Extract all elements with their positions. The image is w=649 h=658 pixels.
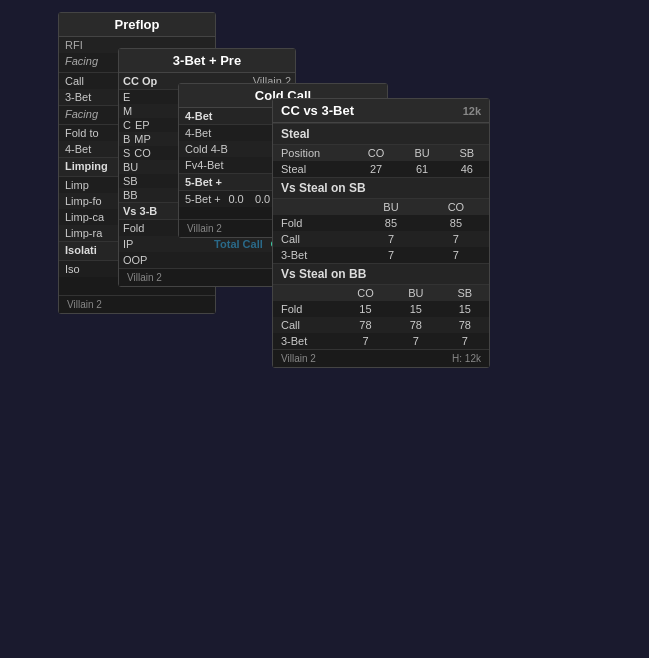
vs-steal-sb-fold-v1: 85 xyxy=(359,215,423,231)
cc-vs-3bet-title-text: CC vs 3-Bet xyxy=(281,103,354,118)
cc-vs-3bet-footer-h: H: 12k xyxy=(452,353,481,364)
vs-steal-sb-table: BU CO Fold 85 85 Call 7 7 3-Bet 7 7 xyxy=(273,199,489,263)
vs-steal-bb-fold-v3: 15 xyxy=(441,301,489,317)
vs-steal-bb-3bet-row: 3-Bet 7 7 7 xyxy=(273,333,489,349)
vs-steal-bb-header-row: CO BU SB xyxy=(273,285,489,301)
vs-steal-bb-table: CO BU SB Fold 15 15 15 Call 78 78 78 3-B… xyxy=(273,285,489,349)
vs-steal-sb-col0 xyxy=(273,199,359,215)
vs-steal-sb-header-row: BU CO xyxy=(273,199,489,215)
oop-label: OOP xyxy=(123,254,291,266)
fivebet-row-label: 5-Bet + xyxy=(185,193,222,205)
cc-vs-3bet-footer: Villain 2 H: 12k xyxy=(273,349,489,367)
vs-steal-bb-3bet-v2: 7 xyxy=(391,333,440,349)
steal-col-bu: BU xyxy=(400,145,445,161)
vs-steal-sb-call-row: Call 7 7 xyxy=(273,231,489,247)
steal-row-bu: 61 xyxy=(400,161,445,177)
vs-steal-bb-fold-v1: 15 xyxy=(340,301,391,317)
pos-m1: M xyxy=(123,105,132,117)
ip-label: IP xyxy=(123,238,206,250)
vs-steal-sb-3bet-label: 3-Bet xyxy=(273,247,359,263)
fourbet-row-label: 4-Bet xyxy=(185,127,263,139)
pos-s1: S xyxy=(123,147,130,159)
cc-vs-3bet-hand-label: 12k xyxy=(463,105,481,117)
vs-steal-bb-call-v3: 78 xyxy=(441,317,489,333)
vs-steal-sb-call-v2: 7 xyxy=(423,231,489,247)
vs-steal-sb-3bet-row: 3-Bet 7 7 xyxy=(273,247,489,263)
vs-steal-bb-call-label: Call xyxy=(273,317,340,333)
cc-vs-3bet-panel: CC vs 3-Bet 12k Steal Position CO BU SB … xyxy=(272,98,490,368)
vs-steal-sb-fold-label: Fold xyxy=(273,215,359,231)
vs-steal-sb-3bet-v2: 7 xyxy=(423,247,489,263)
total-call-label: Total Call xyxy=(206,238,271,250)
vs-steal-bb-3bet-v3: 7 xyxy=(441,333,489,349)
vs-steal-bb-call-v1: 78 xyxy=(340,317,391,333)
vs-steal-bb-col-bu: BU xyxy=(391,285,440,301)
threebet-villain-label: Villain 2 xyxy=(127,272,162,283)
vs-steal-sb-fold-v2: 85 xyxy=(423,215,489,231)
vs-steal-bb-col-sb: SB xyxy=(441,285,489,301)
steal-section-header: Steal xyxy=(273,123,489,145)
threebet-footer: Villain 2 xyxy=(119,268,295,286)
coldcall-villain-label: Villain 2 xyxy=(187,223,222,234)
ip-row: IP Total Call Call xyxy=(119,236,295,252)
steal-col-sb: SB xyxy=(445,145,489,161)
pos-e1: E xyxy=(123,91,130,103)
vs-steal-bb-3bet-label: 3-Bet xyxy=(273,333,340,349)
vs-steal-bb-fold-v2: 15 xyxy=(391,301,440,317)
vs-steal-sb-header: Vs Steal on SB xyxy=(273,177,489,199)
pos-c1: C xyxy=(123,119,131,131)
vs-steal-sb-call-v1: 7 xyxy=(359,231,423,247)
cc-vs-3bet-title: CC vs 3-Bet 12k xyxy=(273,99,489,123)
pos-b1: B xyxy=(123,133,130,145)
threebet-title: 3-Bet + Pre xyxy=(119,49,295,73)
vs-steal-sb-col-co: CO xyxy=(423,199,489,215)
vs-steal-bb-3bet-v1: 7 xyxy=(340,333,391,349)
vs-steal-bb-header: Vs Steal on BB xyxy=(273,263,489,285)
preflop-footer: Villain 2 xyxy=(59,295,215,313)
steal-row-sb: 46 xyxy=(445,161,489,177)
fivebet-val1: 0.0 xyxy=(224,193,249,205)
vs-steal-sb-fold-row: Fold 85 85 xyxy=(273,215,489,231)
steal-data-row: Steal 27 61 46 xyxy=(273,161,489,177)
vs-steal-sb-col-bu: BU xyxy=(359,199,423,215)
preflop-title: Preflop xyxy=(59,13,215,37)
fv4bet-label: Fv4-Bet xyxy=(185,159,283,171)
vs-steal-bb-fold-row: Fold 15 15 15 xyxy=(273,301,489,317)
vs-steal-sb-call-label: Call xyxy=(273,231,359,247)
vs-steal-bb-fold-label: Fold xyxy=(273,301,340,317)
steal-row-label: Steal xyxy=(273,161,353,177)
preflop-villain-label: Villain 2 xyxy=(67,299,102,310)
vs-steal-sb-3bet-v1: 7 xyxy=(359,247,423,263)
vs-steal-bb-call-v2: 78 xyxy=(391,317,440,333)
cc-vs-3bet-footer-villain: Villain 2 xyxy=(281,353,316,364)
vs-steal-bb-call-row: Call 78 78 78 xyxy=(273,317,489,333)
steal-row-co: 27 xyxy=(353,161,400,177)
vs-steal-bb-col-co: CO xyxy=(340,285,391,301)
steal-table: Position CO BU SB Steal 27 61 46 xyxy=(273,145,489,177)
steal-header-row: Position CO BU SB xyxy=(273,145,489,161)
steal-col-position: Position xyxy=(273,145,353,161)
steal-col-co: CO xyxy=(353,145,400,161)
oop-row: OOP xyxy=(119,252,295,268)
vs-steal-bb-col0 xyxy=(273,285,340,301)
